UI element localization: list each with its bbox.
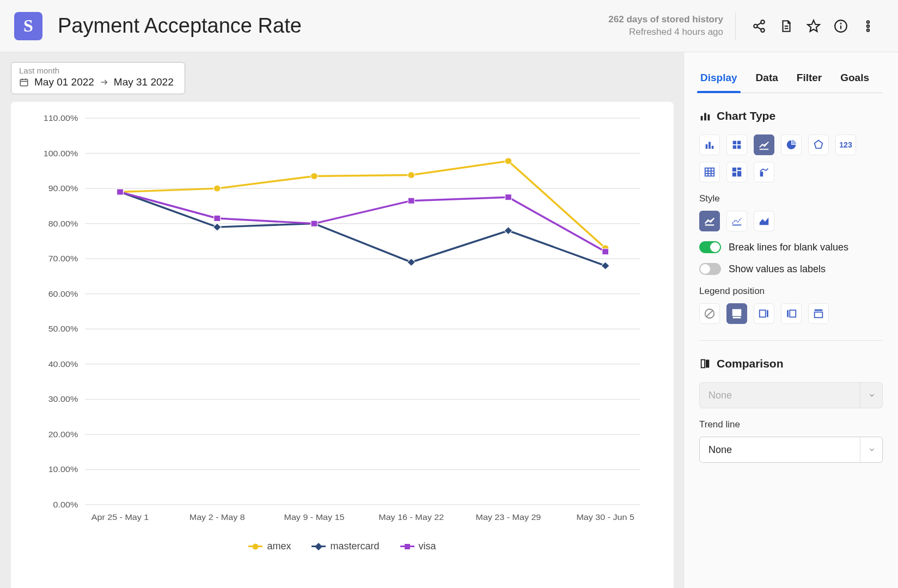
chart-type-line[interactable] [754, 134, 774, 155]
tab-display[interactable]: Display [699, 64, 738, 93]
date-to: May 31 2022 [114, 76, 174, 88]
trend-line-select[interactable]: None [699, 437, 883, 463]
app-logo: S [14, 12, 42, 40]
svg-rect-73 [733, 141, 736, 144]
svg-point-10 [840, 23, 841, 23]
svg-rect-96 [760, 310, 766, 317]
svg-text:30.00%: 30.00% [48, 395, 78, 403]
svg-text:May 2 - May 8: May 2 - May 8 [190, 513, 245, 522]
svg-rect-94 [733, 310, 741, 316]
svg-text:Apr 25 - May 1: Apr 25 - May 1 [91, 513, 149, 522]
chart-type-radar[interactable] [808, 134, 829, 155]
toggle-break-lines[interactable] [699, 241, 721, 253]
svg-text:100.00%: 100.00% [44, 149, 78, 157]
chevron-down-icon [860, 382, 883, 408]
svg-rect-64 [408, 198, 414, 204]
chart-type-table[interactable] [699, 162, 720, 182]
svg-marker-60 [601, 262, 609, 270]
legend-pos-bottom[interactable] [726, 303, 747, 324]
svg-text:90.00%: 90.00% [48, 184, 78, 193]
svg-rect-86 [737, 171, 741, 176]
tab-filter[interactable]: Filter [796, 64, 823, 93]
toggle-show-values-label: Show values as labels [729, 264, 826, 275]
svg-rect-61 [117, 189, 124, 195]
chart-type-heading: Chart Type [699, 109, 883, 122]
svg-rect-63 [311, 220, 317, 226]
style-dashed[interactable] [726, 211, 747, 231]
svg-point-53 [505, 158, 512, 164]
chart-type-number[interactable]: 123 [835, 134, 856, 155]
svg-rect-68 [704, 113, 706, 121]
legend-position-label: Legend position [699, 286, 883, 297]
chart-type-bar[interactable] [699, 134, 720, 155]
svg-text:May 9 - May 15: May 9 - May 15 [284, 513, 345, 522]
date-range-picker[interactable]: Last month May 01 2022 May 31 2022 [11, 62, 185, 94]
svg-point-52 [408, 172, 415, 179]
share-button[interactable] [746, 13, 773, 40]
export-button[interactable] [773, 13, 800, 40]
chart-legend: amexmastercardvisa [21, 541, 664, 552]
svg-text:May 30 - Jun 5: May 30 - Jun 5 [576, 513, 634, 522]
svg-text:60.00%: 60.00% [48, 289, 78, 298]
style-line[interactable] [699, 211, 720, 231]
chart-plot[interactable]: 0.00%10.00%20.00%30.00%40.00%50.00%60.00… [21, 113, 664, 537]
comparison-select[interactable]: None [699, 382, 883, 408]
favorite-button[interactable] [800, 13, 827, 40]
legend-item-mastercard[interactable]: mastercard [311, 541, 379, 552]
page-title: Payment Acceptance Rate [58, 14, 302, 38]
legend-pos-top[interactable] [808, 303, 829, 324]
svg-rect-66 [602, 249, 609, 255]
svg-rect-102 [701, 360, 705, 368]
svg-text:50.00%: 50.00% [48, 324, 78, 333]
star-icon [807, 19, 821, 33]
chart-type-pie[interactable] [781, 134, 802, 155]
svg-rect-69 [708, 114, 710, 120]
chart-card: 0.00%10.00%20.00%30.00%40.00%50.00%60.00… [11, 102, 674, 588]
tab-data[interactable]: Data [755, 64, 779, 93]
svg-rect-99 [790, 310, 796, 317]
chart-type-combo[interactable] [754, 162, 774, 182]
svg-rect-103 [706, 360, 709, 368]
legend-item-amex[interactable]: amex [248, 541, 291, 552]
svg-line-3 [757, 23, 761, 25]
toggle-show-values[interactable] [699, 263, 721, 275]
svg-point-1 [754, 24, 758, 28]
svg-rect-85 [737, 168, 741, 170]
legend-pos-right[interactable] [754, 303, 774, 324]
calendar-icon [19, 77, 29, 87]
legend-item-visa[interactable]: visa [400, 541, 436, 552]
date-range-label: Last month [19, 66, 174, 75]
svg-rect-67 [701, 116, 703, 120]
svg-rect-74 [737, 141, 741, 144]
settings-sidebar: DisplayDataFilterGoals Chart Type 123 St… [683, 52, 898, 588]
svg-point-0 [761, 20, 765, 24]
svg-marker-56 [213, 223, 221, 231]
style-area[interactable] [754, 211, 774, 231]
svg-rect-65 [505, 194, 512, 200]
svg-point-51 [311, 173, 318, 180]
svg-text:110.00%: 110.00% [44, 114, 78, 122]
svg-line-93 [706, 310, 713, 317]
legend-pos-left[interactable] [781, 303, 802, 324]
svg-text:40.00%: 40.00% [48, 359, 78, 368]
date-from: May 01 2022 [34, 76, 94, 88]
chart-type-grid[interactable] [726, 162, 747, 182]
app-header: S Payment Acceptance Rate 262 days of st… [0, 0, 898, 52]
comparison-heading: Comparison [699, 357, 883, 370]
document-icon [779, 19, 793, 33]
svg-marker-91 [760, 218, 769, 225]
more-button[interactable] [854, 13, 882, 40]
svg-point-11 [867, 21, 869, 23]
tab-goals[interactable]: Goals [839, 64, 870, 93]
info-button[interactable] [827, 13, 854, 40]
arrow-right-icon [100, 78, 108, 87]
svg-rect-71 [708, 142, 711, 149]
svg-rect-101 [815, 312, 823, 317]
svg-marker-78 [815, 140, 823, 149]
chart-type-stacked[interactable] [726, 134, 747, 155]
svg-rect-62 [214, 215, 221, 221]
svg-rect-87 [732, 173, 736, 176]
toggle-break-lines-label: Break lines for blank values [729, 242, 848, 253]
legend-pos-none[interactable] [699, 303, 720, 324]
svg-rect-76 [737, 145, 741, 149]
